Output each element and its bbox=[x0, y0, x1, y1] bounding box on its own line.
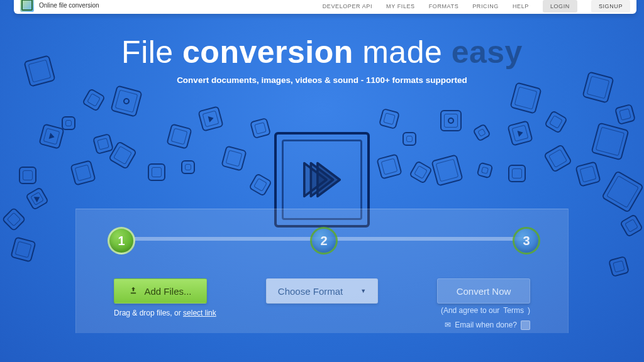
agree-prefix: (And agree to our bbox=[441, 304, 499, 318]
select-link[interactable]: select link bbox=[183, 309, 216, 317]
doodle-play-icon bbox=[38, 123, 65, 150]
email-when-done-line: ✉ Email when done? bbox=[408, 318, 530, 332]
brand-logo-icon bbox=[20, 0, 34, 12]
doodle-tile-icon bbox=[181, 160, 195, 174]
doodle-tile-icon bbox=[92, 133, 114, 155]
doodle-tile-icon bbox=[1, 207, 26, 232]
hero-title-part-1: File bbox=[121, 35, 182, 70]
doodle-tile-icon bbox=[379, 108, 400, 129]
email-when-done-label: Email when done? bbox=[455, 318, 517, 332]
step-3[interactable]: 3 bbox=[513, 227, 540, 255]
agree-terms-line: (And agree to our Terms) bbox=[408, 304, 530, 318]
doodle-tile-icon bbox=[376, 153, 402, 180]
nav-my-files[interactable]: MY FILES bbox=[386, 3, 415, 9]
choose-format-label: Choose Format bbox=[278, 286, 343, 297]
doodle-tile-icon bbox=[477, 162, 494, 179]
doodle-tile-icon bbox=[70, 160, 96, 186]
add-files-label: Add Files... bbox=[144, 286, 191, 297]
col-format: Choose Format ▼ bbox=[261, 278, 383, 332]
nav-pricing[interactable]: PRICING bbox=[472, 3, 499, 9]
doodle-play-icon bbox=[25, 187, 49, 211]
doodle-tile-icon bbox=[409, 160, 433, 184]
col-convert: Convert Now (And agree to our Terms) ✉ E… bbox=[408, 278, 530, 332]
doodle-wrench-icon bbox=[166, 123, 192, 150]
doodle-tile-icon bbox=[544, 110, 568, 134]
doodle-tile-icon bbox=[472, 123, 491, 142]
controls-row: Add Files... Drag & drop files, or selec… bbox=[114, 278, 530, 332]
hero-subtitle: Convert documents, images, videos & soun… bbox=[0, 75, 644, 85]
add-files-button[interactable]: Add Files... bbox=[114, 278, 207, 304]
step-1[interactable]: 1 bbox=[108, 227, 135, 255]
step-2-number: 2 bbox=[320, 234, 327, 248]
drag-drop-hint: Drag & drop files, or select link bbox=[114, 309, 236, 317]
hero-title-part-4: easy bbox=[452, 35, 523, 70]
doodle-tile-icon bbox=[19, 167, 36, 184]
doodle-tile-icon bbox=[508, 165, 526, 182]
doodle-laptop-icon bbox=[601, 170, 644, 213]
nav-help[interactable]: HELP bbox=[513, 3, 529, 9]
doodle-disc-icon bbox=[110, 85, 142, 117]
brand: Online file conversion bbox=[20, 0, 99, 13]
doodle-tile-icon bbox=[614, 104, 636, 125]
fast-forward-icon bbox=[294, 152, 350, 207]
doodle-tile-icon bbox=[543, 144, 572, 173]
hero-title-part-3: made bbox=[353, 35, 452, 70]
convert-hints: (And agree to our Terms) ✉ Email when do… bbox=[408, 304, 530, 332]
chevron-down-icon: ▼ bbox=[360, 288, 366, 294]
email-when-done-checkbox[interactable] bbox=[521, 321, 530, 330]
doodle-tile-icon bbox=[248, 173, 272, 197]
login-button[interactable]: LOGIN bbox=[543, 0, 577, 13]
hero: File conversion made easy Convert docume… bbox=[0, 34, 644, 85]
doodle-play-icon bbox=[507, 120, 533, 146]
hero-title-part-2: conversion bbox=[182, 35, 353, 70]
step-3-number: 3 bbox=[523, 234, 530, 248]
doodle-tile-icon bbox=[62, 116, 75, 130]
doodle-tile-icon bbox=[221, 145, 247, 172]
doodle-mp3-icon bbox=[108, 141, 137, 170]
step-1-number: 1 bbox=[118, 234, 125, 248]
doodle-disc-icon bbox=[440, 110, 462, 131]
doodle-copy-icon bbox=[431, 154, 463, 186]
convert-now-button[interactable]: Convert Now bbox=[437, 278, 530, 304]
doodle-tile-icon bbox=[575, 161, 601, 187]
doodle-image-icon bbox=[591, 122, 629, 160]
doodle-tile-icon bbox=[619, 214, 643, 238]
doodle-tile-icon bbox=[250, 118, 271, 139]
upload-icon bbox=[129, 286, 138, 297]
top-nav: Online file conversion DEVELOPER API MY … bbox=[14, 0, 636, 14]
step-2[interactable]: 2 bbox=[310, 227, 338, 255]
agree-suffix: ) bbox=[528, 304, 530, 318]
mail-icon: ✉ bbox=[445, 318, 451, 332]
doodle-tile-icon bbox=[148, 163, 165, 181]
choose-format-select[interactable]: Choose Format ▼ bbox=[266, 278, 378, 304]
col-add: Add Files... Drag & drop files, or selec… bbox=[114, 278, 236, 332]
doodle-image-icon bbox=[509, 82, 541, 114]
signup-button[interactable]: SIGNUP bbox=[591, 0, 630, 13]
step-track: 1 2 3 bbox=[114, 227, 530, 262]
conversion-panel: 1 2 3 Add Files... Drag & drop files, or… bbox=[75, 209, 569, 333]
convert-now-label: Convert Now bbox=[457, 286, 511, 297]
doodle-play-icon bbox=[197, 106, 224, 132]
doodle-tile-icon bbox=[402, 132, 416, 146]
doodle-tile-icon bbox=[10, 236, 36, 263]
nav-formats[interactable]: FORMATS bbox=[429, 3, 459, 9]
doodle-pencil-icon bbox=[82, 88, 106, 112]
terms-link[interactable]: Terms bbox=[503, 304, 524, 318]
drag-drop-text: Drag & drop files, or bbox=[114, 309, 183, 317]
hero-title: File conversion made easy bbox=[0, 34, 644, 70]
nav-developer-api[interactable]: DEVELOPER API bbox=[323, 3, 372, 9]
nav-links: DEVELOPER API MY FILES FORMATS PRICING H… bbox=[323, 0, 630, 13]
doodle-tile-icon bbox=[608, 256, 630, 277]
brand-tagline: Online file conversion bbox=[39, 2, 99, 9]
